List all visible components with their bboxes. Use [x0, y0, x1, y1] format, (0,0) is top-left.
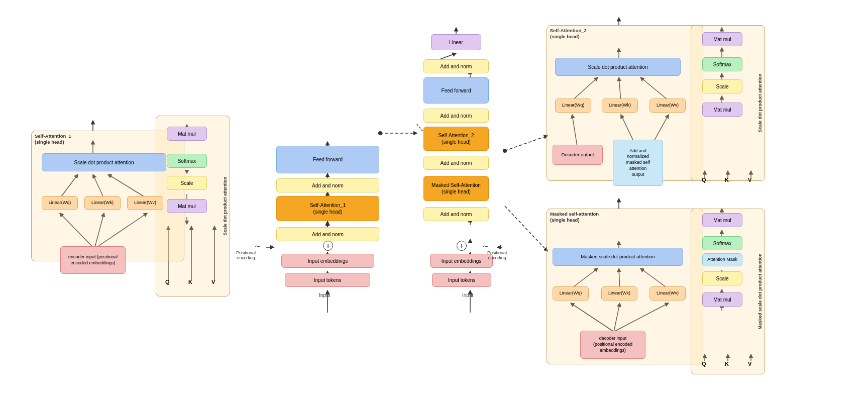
masked-sa-lwv: Linear(Wv): [649, 286, 686, 301]
input-enc-label: Input: [319, 292, 330, 298]
decoder-output: Decoder output: [553, 145, 603, 165]
sdpa-k-label: K: [188, 279, 192, 285]
plus-dec: +: [457, 241, 467, 251]
masked-sa-scale-dot: Masked scale dot product attention: [553, 248, 683, 266]
sdpa-scale: Scale: [167, 176, 207, 190]
top-sdpa-k: K: [725, 177, 729, 183]
svg-point-77: [378, 131, 382, 135]
tilde-dec: ∼: [482, 241, 489, 251]
masked-sa-lwq: Linear(Wq): [553, 286, 589, 301]
masked-sa-center: Masked Self-Attention(single head): [423, 176, 489, 201]
add-norm-top: Add and norm: [423, 59, 489, 73]
enc-input: encoder input (positional encoded embedd…: [60, 246, 126, 274]
top-sa2-scale-dot: Scale dot product attention: [555, 58, 681, 76]
add-norm-mid: Add and norm: [423, 109, 489, 123]
masked-sdpa-q: Q: [702, 361, 706, 367]
masked-sa-lwk: Linear(Wk): [601, 286, 637, 301]
add-norm-enc: Add and norm: [276, 227, 379, 241]
add-norm-masked-out: Add andnormalizedmasked selfattentionout…: [613, 140, 663, 186]
sdpa-matmul-top: Mat mul: [167, 127, 207, 141]
tilde-enc: ∼: [254, 241, 261, 251]
input-emb-dec: Input embeddings: [430, 254, 493, 268]
linear-top: Linear: [431, 34, 481, 50]
self-attention-1-panel-label: Self-Attention_1(single head): [35, 133, 71, 146]
sdpa-q-label: Q: [165, 279, 170, 285]
top-sdpa-softmax: Softmax: [702, 57, 742, 71]
masked-sdpa-softmax: Softmax: [702, 236, 742, 250]
input-dec-label: Input: [462, 292, 473, 298]
add-norm-mid2: Add and norm: [423, 156, 489, 170]
sdpa-v-label: V: [211, 279, 215, 285]
add-norm-dec: Add and norm: [423, 207, 489, 221]
feed-forward-center: Feed forward: [276, 146, 379, 173]
masked-sdpa-matmul-bot: Mat mul: [702, 292, 742, 307]
enc-linear-wk: Linear(Wk): [84, 196, 121, 210]
self-attn-1-enc: Self-Attention_1(single head): [276, 196, 379, 221]
masked-scale-dot-panel: Masked scale dot product attention: [691, 209, 765, 374]
scale-dot-top-label: Scale dot product attention: [757, 74, 763, 133]
top-sa2-lwk: Linear(Wk): [602, 98, 638, 113]
input-emb-enc: Input embeddings: [281, 254, 374, 268]
sdpa-softmax: Softmax: [167, 154, 207, 168]
positional-enc-label: Positionalencoding: [236, 250, 256, 260]
top-sa2-lwq: Linear(Wq): [555, 98, 591, 113]
sdpa-matmul-bot: Mat mul: [167, 199, 207, 213]
top-sdpa-scale: Scale: [702, 79, 742, 93]
masked-scale-dot-label: Masked scale dot product attention: [757, 253, 763, 329]
svg-point-78: [503, 149, 507, 153]
self-attention-2-panel-label: Self-Attention_2(single head): [550, 28, 587, 40]
top-sa2-lwv: Linear(Wv): [649, 98, 686, 113]
top-sdpa-v: V: [748, 177, 751, 183]
add-norm-center: Add and norm: [276, 178, 379, 192]
input-tok-enc: Input tokens: [285, 273, 370, 287]
sa2-center: Self-Attention_2(single head): [423, 127, 489, 151]
masked-sa-dec-input: decoder input(positional encodedembeddin…: [580, 331, 645, 359]
top-sdpa-matmul-bot: Mat mul: [702, 103, 742, 117]
masked-sdpa-k: K: [725, 361, 729, 367]
masked-sdpa-attn-mask: Attention Mask: [702, 253, 742, 266]
diagram-container: Self-Attention_1(single head) Scale dot …: [0, 0, 868, 396]
masked-sdpa-scale: Scale: [702, 271, 742, 285]
masked-self-attention-label: Masked self-attention(single head): [550, 211, 599, 224]
svg-line-44: [505, 136, 548, 151]
svg-line-45: [505, 206, 548, 251]
top-sdpa-q: Q: [702, 177, 706, 183]
enc-linear-wv: Linear(Wv): [127, 196, 163, 210]
top-sdpa-matmul-top: Mat mul: [702, 32, 742, 46]
plus-enc: +: [323, 241, 333, 251]
feed-forward-top: Feed forward: [423, 77, 489, 104]
enc-scale-dot-box: Scale dot product attention: [42, 153, 166, 171]
positional-enc-dec-label: Positionalencoding: [487, 250, 507, 260]
input-tok-dec: Input tokens: [432, 273, 491, 287]
masked-sdpa-v: V: [748, 361, 751, 367]
scale-dot-enc-label: Scale dot product attention: [223, 177, 228, 236]
enc-linear-wq: Linear(Wq): [42, 196, 78, 210]
masked-sdpa-matmul-top: Mat mul: [702, 213, 742, 227]
